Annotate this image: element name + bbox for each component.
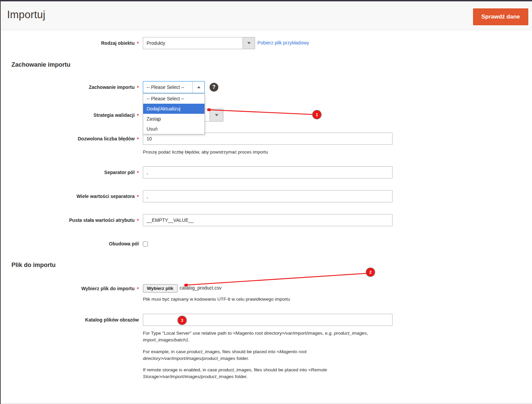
required-marker: *	[137, 170, 139, 175]
annotation-badge-3: 3	[178, 316, 186, 325]
required-marker: *	[137, 286, 139, 292]
select-file-note: Plik musi być zapisany w kodowaniu UTF-8…	[143, 297, 290, 302]
annotation-badge-2: 2	[366, 268, 375, 276]
empty-attribute-constant-input[interactable]	[143, 214, 393, 226]
annotation-arrow-2	[185, 273, 367, 285]
field-separator-input[interactable]	[143, 166, 393, 178]
allowed-errors-label: Dozwolona liczba błędów	[78, 136, 135, 141]
multi-value-separator-input[interactable]	[143, 190, 393, 202]
fields-enclosure-label-row: Obudowa pól	[0, 239, 139, 249]
import-behavior-value: -- Please Select --	[143, 81, 192, 93]
validation-strategy-dropdown-toggle[interactable]	[210, 109, 223, 121]
images-directory-note-3: If remote storage is enabled, in case pr…	[143, 367, 375, 380]
import-behavior-select[interactable]: -- Please Select --	[143, 81, 205, 93]
entity-type-dropdown-toggle[interactable]	[243, 37, 255, 49]
import-behavior-label: Zachowanie importu	[89, 85, 134, 90]
page-header: Importuj Sprawdź dane	[1, 1, 532, 30]
select-file-label-row: Wybierz plik do importu *	[0, 284, 139, 293]
entity-type-label: Rodzaj obiektu	[101, 40, 135, 46]
required-marker: *	[137, 136, 139, 142]
import-page: Importuj Sprawdź dane Rodzaj obiektu * P…	[0, 0, 532, 404]
entity-type-select[interactable]: Produkty	[143, 37, 255, 49]
caret-down-icon	[215, 114, 218, 116]
required-marker: *	[137, 218, 139, 223]
multi-value-separator-label: Wiele wartości separatora	[76, 194, 135, 199]
choose-file-button[interactable]: Wybierz plik	[143, 284, 178, 293]
empty-attribute-constant-label-row: Pusta stała wartości atrybutu *	[0, 214, 139, 226]
dropdown-option-add-update[interactable]: Dodaj/Aktualizuj	[143, 104, 205, 114]
section-import-behavior: Zachowanie importu	[11, 61, 70, 68]
dropdown-option-replace[interactable]: Zastąp	[143, 114, 205, 124]
images-directory-note-1: For Type "Local Server" use relative pat…	[143, 330, 375, 343]
validation-strategy-label: Strategia walidacji	[93, 112, 134, 118]
field-separator-label: Separator pól	[104, 170, 134, 175]
check-data-button[interactable]: Sprawdź dane	[473, 8, 528, 25]
caret-up-icon	[197, 86, 200, 88]
entity-type-label-row: Rodzaj obiektu *	[0, 37, 139, 49]
section-file-to-import: Plik do importu	[11, 262, 56, 269]
allowed-errors-input[interactable]	[143, 133, 393, 145]
dropdown-option-please-select[interactable]: -- Please Select --	[143, 94, 205, 104]
images-directory-note-2: For example, in case product_images, fil…	[143, 348, 375, 362]
dropdown-option-delete[interactable]: Usuń	[143, 124, 205, 134]
images-directory-label: Katalog plików obrazów	[85, 317, 139, 323]
help-icon[interactable]: ?	[210, 83, 218, 92]
page-title: Importuj	[7, 9, 45, 21]
required-marker: *	[137, 85, 139, 90]
annotation-badge-1: 1	[313, 110, 321, 119]
empty-attribute-constant-label: Pusta stała wartości atrybutu	[69, 217, 135, 223]
import-behavior-dropdown-toggle[interactable]	[192, 81, 205, 93]
allowed-errors-label-row: Dozwolona liczba błędów *	[0, 133, 139, 145]
import-behavior-label-row: Zachowanie importu *	[0, 81, 139, 93]
required-marker: *	[137, 194, 139, 199]
fields-enclosure-checkbox[interactable]	[143, 241, 148, 246]
selected-file-name: catalog_product.csv	[180, 285, 222, 291]
validation-strategy-label-row: Strategia walidacji *	[0, 109, 139, 122]
allowed-errors-note: Proszę podać liczbę błędów, aby powstrzy…	[143, 149, 268, 155]
multi-value-separator-label-row: Wiele wartości separatora *	[0, 190, 139, 202]
required-marker: *	[137, 41, 139, 46]
required-marker: *	[137, 113, 139, 118]
entity-type-value: Produkty	[143, 37, 243, 49]
field-separator-label-row: Separator pól *	[0, 166, 139, 178]
download-sample-file-link[interactable]: Pobierz plik przykładowy	[257, 40, 309, 45]
import-behavior-dropdown-list: -- Please Select -- Dodaj/Aktualizuj Zas…	[143, 93, 205, 134]
images-directory-label-row: Katalog plików obrazów	[0, 314, 139, 326]
select-file-label: Wybierz plik do importu	[81, 286, 134, 291]
caret-down-icon	[247, 42, 251, 44]
fields-enclosure-label: Obudowa pól	[109, 241, 139, 246]
